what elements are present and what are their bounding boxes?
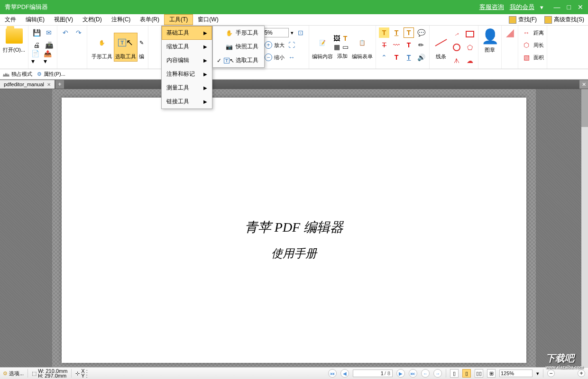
menu-file[interactable]: 文件: [0, 14, 21, 25]
hand-tool-button[interactable]: ✋ 手形工具: [90, 33, 114, 62]
zoom-dropdown-icon[interactable]: ▾: [291, 30, 294, 36]
squiggly-icon[interactable]: 〰: [391, 40, 402, 50]
minimize-button[interactable]: —: [554, 3, 560, 11]
print-icon[interactable]: 🖨: [31, 40, 42, 50]
first-page-button[interactable]: ⏮: [328, 369, 337, 378]
page-size-icon: ⬚: [32, 370, 37, 377]
highlight-icon[interactable]: T: [379, 27, 389, 38]
replace-icon[interactable]: T: [391, 52, 402, 63]
page-size: ⬚ W: 210.0mm H: 297.0mm: [32, 369, 67, 378]
edit-form-button[interactable]: 📋 编辑表单: [352, 34, 373, 60]
zoomin-icon[interactable]: +: [265, 41, 272, 49]
new-tab-button[interactable]: +: [55, 80, 64, 89]
scrollbar-thumb[interactable]: [581, 89, 588, 127]
view-facing-cont-button[interactable]: ⊞: [487, 369, 496, 378]
menu-document[interactable]: 文档(D): [78, 14, 107, 25]
pdf-page[interactable]: 青苹 PDF 编辑器 使用手册: [62, 98, 526, 363]
zoom-out-button[interactable]: −: [547, 370, 555, 377]
cloud-icon[interactable]: ☁: [465, 55, 475, 66]
saveas-icon[interactable]: 📄▾: [31, 52, 42, 63]
zoom-fit-icon[interactable]: ⛶: [286, 40, 297, 50]
options-button[interactable]: ⚙ 选项...: [3, 370, 24, 377]
member-link[interactable]: 我的会员: [510, 3, 534, 11]
submenu-select[interactable]: ✓ T↖ 选取工具: [213, 54, 264, 67]
exclusive-mode-button[interactable]: 独占模式: [3, 71, 32, 78]
forward-button[interactable]: →: [433, 369, 442, 378]
view-facing-button[interactable]: ▯▯: [475, 369, 483, 378]
redo-icon[interactable]: ↷: [74, 27, 84, 38]
support-link[interactable]: 客服咨询: [479, 3, 504, 11]
polyline-icon[interactable]: ⩚: [451, 55, 462, 66]
perimeter-icon[interactable]: ⬡: [521, 40, 532, 50]
textbox-icon[interactable]: T: [404, 27, 414, 38]
caret-icon[interactable]: ⌃: [379, 52, 389, 63]
zoom-dropdown-icon[interactable]: ▾: [536, 370, 539, 377]
export-icon[interactable]: 📤▾: [44, 52, 54, 63]
advanced-find-button[interactable]: 高级查找(S): [541, 16, 588, 24]
add-button[interactable]: 🖼 T ▦ ▭ 添加: [333, 35, 352, 60]
last-page-button[interactable]: ⏭: [409, 369, 417, 378]
dropdown-annotate[interactable]: 注释和标记▶: [162, 67, 212, 81]
close-all-tabs-button[interactable]: ✕: [579, 80, 588, 89]
next-page-button[interactable]: ▶: [396, 369, 405, 378]
dropdown-measure[interactable]: 测量工具▶: [162, 81, 212, 95]
zoom-actual-icon[interactable]: ⊡: [295, 27, 306, 38]
dropdown-link[interactable]: 链接工具▶: [162, 95, 212, 108]
open-button[interactable]: 打开(O)...: [3, 27, 25, 54]
dropdown-content-edit[interactable]: 内容编辑▶: [162, 54, 212, 67]
view-single-button[interactable]: ▯: [450, 369, 459, 378]
edit-tool-button[interactable]: ✎ 编: [138, 33, 145, 62]
distance-icon[interactable]: ↔: [521, 27, 532, 38]
dropdown-zoom-tools[interactable]: 缩放工具▶: [162, 40, 212, 54]
menu-comment[interactable]: 注释(C): [107, 14, 136, 25]
rect-icon[interactable]: [465, 29, 475, 39]
sound-icon[interactable]: 🔊: [416, 52, 426, 63]
advanced-find-icon: [544, 16, 552, 24]
submenu-snapshot[interactable]: 📷 快照工具: [213, 40, 264, 54]
submenu-hand[interactable]: ✋ 手形工具: [213, 26, 264, 40]
scan-icon[interactable]: 📠: [44, 40, 54, 50]
find-button[interactable]: 查找(F): [505, 16, 541, 24]
lines-button[interactable]: 线条: [432, 34, 450, 60]
stamp-button[interactable]: 👤 图章: [481, 27, 498, 54]
maximize-button[interactable]: □: [567, 3, 571, 11]
typewriter-icon[interactable]: T: [404, 52, 414, 63]
menu-view[interactable]: 视图(V): [49, 14, 78, 25]
polygon-icon[interactable]: ⬠: [465, 42, 475, 53]
tab-close-icon[interactable]: ✕: [47, 82, 51, 87]
zoom-select[interactable]: [499, 370, 533, 377]
menu-edit[interactable]: 编辑(E): [21, 14, 49, 25]
zoomout-icon[interactable]: −: [265, 54, 272, 61]
email-icon[interactable]: ✉: [44, 27, 54, 38]
back-button[interactable]: ←: [421, 369, 430, 378]
note-icon[interactable]: 💬: [416, 27, 426, 38]
zoom-width-icon[interactable]: ↔: [286, 52, 297, 63]
vertical-scrollbar[interactable]: [581, 89, 588, 367]
document-tab[interactable]: pdfeditor_manual ✕: [0, 80, 55, 89]
menu-window[interactable]: 窗口(W): [193, 14, 223, 25]
eraser-icon[interactable]: ◢: [505, 27, 515, 38]
close-button[interactable]: ✕: [578, 3, 583, 11]
properties-button[interactable]: ⚙ 属性(P)...: [37, 71, 65, 78]
underline-icon[interactable]: T: [391, 27, 402, 38]
menu-tools[interactable]: 工具(T): [164, 14, 193, 25]
group-annotations: T T T 💬 T̶ 〰 T ✏ ⌃ T T 🔊: [376, 26, 430, 69]
area-icon[interactable]: ▧: [521, 52, 532, 63]
prev-page-button[interactable]: ◀: [340, 369, 349, 378]
menu-form[interactable]: 表单(R): [135, 14, 164, 25]
edit-content-button[interactable]: 📝 编辑内容: [312, 34, 333, 60]
callout-icon[interactable]: T: [404, 40, 414, 50]
circle-icon[interactable]: [451, 42, 462, 53]
arrow-icon[interactable]: →: [451, 29, 462, 39]
strikeout-icon[interactable]: T̶: [379, 40, 389, 50]
add-shape-icon: ▭: [341, 43, 349, 51]
select-tool-button[interactable]: T↖ 选取工具: [114, 33, 138, 62]
page-current[interactable]: 1: [355, 370, 384, 376]
zoom-in-button[interactable]: +: [578, 370, 585, 377]
pencil-icon[interactable]: ✏: [416, 40, 426, 50]
view-continuous-button[interactable]: ▯: [462, 369, 471, 378]
undo-icon[interactable]: ↶: [60, 27, 71, 38]
dropdown-basic-tools[interactable]: 基础工具▶: [162, 26, 212, 40]
save-icon[interactable]: 💾: [31, 27, 42, 38]
dropdown-icon[interactable]: ▾: [540, 4, 543, 11]
